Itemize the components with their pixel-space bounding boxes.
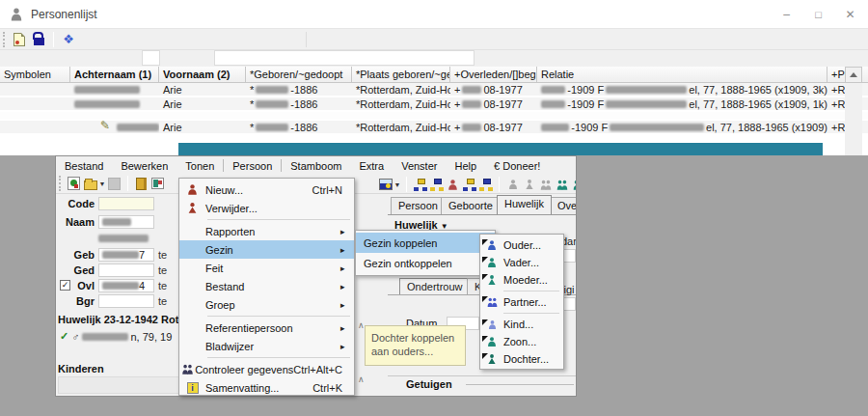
kinderen-heading: Kinderen xyxy=(58,363,104,374)
tab-persoon[interactable]: Persoon xyxy=(391,197,446,214)
partner-row[interactable]: ✓ ♂ n, 79, 19 xyxy=(60,329,179,344)
ovl-checkbox[interactable]: ✓ xyxy=(60,280,70,291)
bgr-field[interactable] xyxy=(98,294,154,308)
menu-item-zoon[interactable]: Zoon... xyxy=(480,333,563,350)
ovl-field[interactable]: 4 xyxy=(98,279,154,292)
table-scrollbar[interactable] xyxy=(845,67,862,155)
menu-item-kind[interactable]: Kind... xyxy=(480,316,563,333)
scroll-up-icon[interactable] xyxy=(845,67,862,83)
tree-chart-icon[interactable] xyxy=(413,178,427,192)
person-report-icon[interactable] xyxy=(446,178,460,192)
menu-separator xyxy=(207,316,350,317)
selected-row-highlight[interactable] xyxy=(178,143,823,155)
pair-teal-icon[interactable] xyxy=(555,178,569,192)
geb-field[interactable]: 7 xyxy=(98,248,154,262)
close-button[interactable]: ✕ xyxy=(834,0,866,29)
menubar-item-help[interactable]: Help xyxy=(446,158,485,174)
person-gray-icon[interactable] xyxy=(505,178,520,192)
table-row[interactable]: ✎ Arie *-1886 *Rotterdam, Zuid-Holla... … xyxy=(0,121,868,135)
menubar-item-stamboom[interactable]: Stamboom xyxy=(282,158,350,174)
menu-item-controleer-gegevens[interactable]: Controleer gegevens Ctrl+Alt+C xyxy=(179,360,354,378)
chevron-down-icon[interactable]: ▼ xyxy=(98,180,106,187)
menu-item-groep[interactable]: Groep ▸ xyxy=(179,295,354,314)
col-header-plaats-geboren[interactable]: *Plaats geboren/~gedo... xyxy=(352,67,450,82)
move-icon[interactable]: ❖ xyxy=(59,31,78,48)
geb-label: Geb xyxy=(56,249,98,261)
col-header-symbolen[interactable]: Symbolen xyxy=(0,67,70,82)
pencil-icon: ✎ xyxy=(100,121,110,130)
code-field[interactable] xyxy=(98,197,154,210)
menu-item-ouder[interactable]: Ouder... xyxy=(480,236,563,254)
table-row[interactable]: Arie *-1886 *Rotterdam, Zuid-Holla... +0… xyxy=(0,97,868,112)
menu-item-rapporten[interactable]: Rapporten ▸ xyxy=(179,222,354,240)
tab-overlijden[interactable]: Overlijden xyxy=(550,197,577,214)
menu-item-dochter[interactable]: Dochter... xyxy=(480,350,563,368)
ged-field[interactable] xyxy=(98,263,154,277)
scroll-up-icon[interactable]: ∧ xyxy=(358,320,365,330)
filter-input[interactable] xyxy=(214,50,475,66)
open-folder-icon[interactable] xyxy=(83,177,97,191)
org-chart-alt-icon[interactable] xyxy=(478,178,493,192)
col-header-geboren[interactable]: *Geboren/~gedoopt xyxy=(246,67,352,82)
toolbar-grip xyxy=(59,176,62,191)
menubar-item-bestand[interactable]: Bestand xyxy=(56,158,112,174)
org-chart-icon[interactable] xyxy=(462,178,476,192)
menu-item-feit[interactable]: Feit ▸ xyxy=(179,259,354,277)
menu-item-verwijder[interactable]: Verwijder... xyxy=(179,199,354,217)
chevron-down-icon[interactable]: ▼ xyxy=(393,181,401,188)
menubar-item-extra[interactable]: Extra xyxy=(350,158,393,174)
person-female-icon xyxy=(480,274,503,286)
persoon-menu: Nieuw... Ctrl+N Verwijder... Rapporten ▸… xyxy=(178,178,355,396)
minimize-button[interactable]: – xyxy=(771,0,802,29)
home-icon[interactable] xyxy=(150,177,165,191)
new-document-icon[interactable] xyxy=(10,31,29,48)
menu-item-bladwijzer[interactable]: Bladwijzer ▸ xyxy=(179,337,354,355)
menu-item-moeder[interactable]: Moeder... xyxy=(480,271,563,289)
menubar-item-venster[interactable]: Venster xyxy=(393,158,446,174)
menu-item-nieuw[interactable]: Nieuw... Ctrl+N xyxy=(179,180,354,199)
view-window-icon[interactable] xyxy=(378,178,393,192)
save-disabled-icon[interactable] xyxy=(107,177,122,191)
menu-item-samenvatting[interactable]: i Samenvatting... Ctrl+K xyxy=(179,378,354,397)
tab-huwelijk[interactable]: Huwelijk xyxy=(497,195,552,214)
scroll-up-icon[interactable]: ∧ xyxy=(358,374,365,384)
menu-item-vader[interactable]: Vader... xyxy=(480,254,563,271)
menu-item-gezin-koppelen[interactable]: Gezin koppelen ▸ xyxy=(356,233,495,253)
menubar-item-bewerken[interactable]: Bewerken xyxy=(112,158,176,174)
person-gray2-icon[interactable] xyxy=(522,178,536,192)
col-header-plaats2[interactable]: +Plaa xyxy=(827,67,845,82)
toolbar-separator xyxy=(53,32,54,47)
pair-teal2-icon[interactable] xyxy=(571,178,577,192)
tree-chart-alt-icon[interactable] xyxy=(429,178,444,192)
col-header-relatie[interactable]: Relatie xyxy=(537,67,827,82)
menu-item-bestand[interactable]: Bestand ▸ xyxy=(179,277,354,295)
menu-item-gezin[interactable]: Gezin ▸ xyxy=(179,240,354,259)
table-row[interactable]: Arie *-1886 *Rotterdam, Zuid-Holla... +0… xyxy=(0,83,868,97)
new-entry-icon[interactable] xyxy=(67,177,81,191)
menubar-item-tonen[interactable]: Tonen xyxy=(176,158,223,174)
naam-label: Naam xyxy=(56,216,98,228)
menubar-item-doneer[interactable]: € Doneer! xyxy=(485,158,549,174)
kinderen-list[interactable] xyxy=(58,376,179,394)
pair-gray-icon[interactable] xyxy=(538,178,553,192)
filter-input-small[interactable] xyxy=(142,50,160,66)
menu-item-gezin-ontkoppelen[interactable]: Gezin ontkoppelen ▸ xyxy=(356,253,495,273)
unlock-icon[interactable] xyxy=(29,31,48,48)
menu-item-referentiepersoon[interactable]: Referentiepersoon ▸ xyxy=(179,319,354,337)
col-header-overleden[interactable]: +Overleden/[]beg... xyxy=(450,67,537,82)
table-row-empty[interactable] xyxy=(0,112,868,121)
col-header-achternaam[interactable]: Achternaam (1) xyxy=(70,67,159,82)
submenu-arrow-icon: ▸ xyxy=(340,342,354,351)
menu-item-partner[interactable]: Partner... xyxy=(480,293,563,311)
col-header-voornaam[interactable]: Voornaam (2) xyxy=(159,67,246,82)
tab-geboorte[interactable]: Geboorte xyxy=(441,197,501,214)
subtab-ondertrouw[interactable]: Ondertrouw xyxy=(399,278,470,294)
window-title: Personenlijst xyxy=(31,8,97,21)
maximize-button[interactable]: □ xyxy=(802,0,834,29)
toolbar-divider xyxy=(306,32,307,47)
naam-field[interactable] xyxy=(98,215,154,229)
te-label: te xyxy=(158,249,167,261)
ged-label: Ged xyxy=(56,264,98,276)
menubar-item-persoon[interactable]: Persoon xyxy=(224,158,281,174)
exit-icon[interactable] xyxy=(134,177,149,191)
